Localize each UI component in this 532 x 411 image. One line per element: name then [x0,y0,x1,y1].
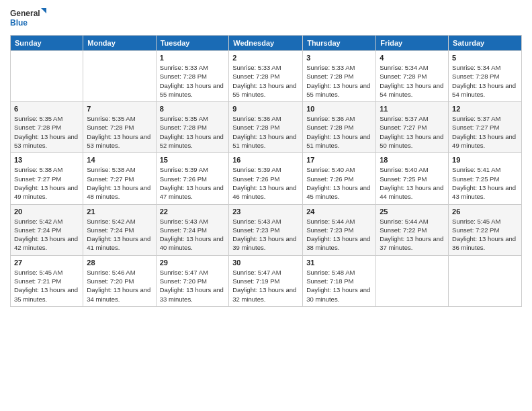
calendar-cell: 9Sunrise: 5:36 AM Sunset: 7:28 PM Daylig… [229,102,303,153]
day-info: Sunrise: 5:40 AM Sunset: 7:26 PM Dayligh… [306,165,372,201]
day-info: Sunrise: 5:33 AM Sunset: 7:28 PM Dayligh… [160,63,226,99]
calendar-cell: 12Sunrise: 5:37 AM Sunset: 7:27 PM Dayli… [449,102,522,153]
day-number: 8 [160,105,226,113]
day-info: Sunrise: 5:45 AM Sunset: 7:22 PM Dayligh… [452,217,518,253]
calendar-cell: 13Sunrise: 5:38 AM Sunset: 7:27 PM Dayli… [11,153,83,204]
day-info: Sunrise: 5:48 AM Sunset: 7:18 PM Dayligh… [306,268,372,304]
calendar-cell: 23Sunrise: 5:43 AM Sunset: 7:23 PM Dayli… [229,204,303,255]
col-header-thursday: Thursday [303,36,376,51]
day-info: Sunrise: 5:36 AM Sunset: 7:28 PM Dayligh… [306,114,372,150]
calendar-cell: 28Sunrise: 5:46 AM Sunset: 7:20 PM Dayli… [83,255,156,306]
week-row-3: 13Sunrise: 5:38 AM Sunset: 7:27 PM Dayli… [11,153,522,204]
calendar-cell [83,51,156,102]
col-header-wednesday: Wednesday [229,36,303,51]
day-number: 9 [232,105,299,113]
day-info: Sunrise: 5:36 AM Sunset: 7:28 PM Dayligh… [232,114,299,150]
day-info: Sunrise: 5:38 AM Sunset: 7:27 PM Dayligh… [14,165,79,201]
day-info: Sunrise: 5:43 AM Sunset: 7:23 PM Dayligh… [232,217,299,253]
calendar-cell: 15Sunrise: 5:39 AM Sunset: 7:26 PM Dayli… [156,153,229,204]
calendar-cell: 6Sunrise: 5:35 AM Sunset: 7:28 PM Daylig… [11,102,83,153]
day-number: 10 [306,105,372,113]
day-number: 30 [232,259,299,267]
day-info: Sunrise: 5:38 AM Sunset: 7:27 PM Dayligh… [87,165,152,201]
calendar-cell: 1Sunrise: 5:33 AM Sunset: 7:28 PM Daylig… [156,51,229,102]
day-number: 12 [452,105,518,113]
day-info: Sunrise: 5:33 AM Sunset: 7:28 PM Dayligh… [306,63,372,99]
day-number: 24 [306,208,372,216]
calendar-cell: 5Sunrise: 5:34 AM Sunset: 7:28 PM Daylig… [449,51,522,102]
svg-text:General: General [10,9,40,18]
day-number: 19 [452,156,518,164]
calendar-header-row: SundayMondayTuesdayWednesdayThursdayFrid… [11,36,522,51]
day-number: 29 [160,259,226,267]
calendar-cell: 19Sunrise: 5:41 AM Sunset: 7:25 PM Dayli… [449,153,522,204]
calendar-cell: 17Sunrise: 5:40 AM Sunset: 7:26 PM Dayli… [303,153,376,204]
day-number: 11 [380,105,445,113]
day-number: 6 [14,105,79,113]
col-header-friday: Friday [376,36,449,51]
day-number: 4 [380,54,445,62]
calendar-cell [449,255,522,306]
day-info: Sunrise: 5:44 AM Sunset: 7:23 PM Dayligh… [306,217,372,253]
calendar-cell: 24Sunrise: 5:44 AM Sunset: 7:23 PM Dayli… [303,204,376,255]
calendar-cell: 30Sunrise: 5:47 AM Sunset: 7:19 PM Dayli… [229,255,303,306]
day-number: 3 [306,54,372,62]
logo-svg: General Blue [10,7,47,31]
day-number: 31 [306,259,372,267]
col-header-sunday: Sunday [11,36,83,51]
calendar-cell: 11Sunrise: 5:37 AM Sunset: 7:27 PM Dayli… [376,102,449,153]
day-number: 20 [14,208,79,216]
calendar-cell: 3Sunrise: 5:33 AM Sunset: 7:28 PM Daylig… [303,51,376,102]
calendar-cell: 25Sunrise: 5:44 AM Sunset: 7:22 PM Dayli… [376,204,449,255]
calendar-cell: 18Sunrise: 5:40 AM Sunset: 7:25 PM Dayli… [376,153,449,204]
day-info: Sunrise: 5:43 AM Sunset: 7:24 PM Dayligh… [160,217,226,253]
day-info: Sunrise: 5:34 AM Sunset: 7:28 PM Dayligh… [380,63,445,99]
page: General Blue SundayMondayTuesdayWednesda… [0,0,532,411]
day-number: 16 [232,156,299,164]
day-number: 5 [452,54,518,62]
day-number: 25 [380,208,445,216]
day-info: Sunrise: 5:37 AM Sunset: 7:27 PM Dayligh… [452,114,518,150]
col-header-tuesday: Tuesday [156,36,229,51]
calendar-cell: 8Sunrise: 5:35 AM Sunset: 7:28 PM Daylig… [156,102,229,153]
week-row-5: 27Sunrise: 5:45 AM Sunset: 7:21 PM Dayli… [11,255,522,306]
day-info: Sunrise: 5:46 AM Sunset: 7:20 PM Dayligh… [87,268,152,304]
day-number: 27 [14,259,79,267]
day-info: Sunrise: 5:44 AM Sunset: 7:22 PM Dayligh… [380,217,445,253]
calendar-cell [11,51,83,102]
calendar-cell: 29Sunrise: 5:47 AM Sunset: 7:20 PM Dayli… [156,255,229,306]
calendar-cell: 14Sunrise: 5:38 AM Sunset: 7:27 PM Dayli… [83,153,156,204]
week-row-4: 20Sunrise: 5:42 AM Sunset: 7:24 PM Dayli… [11,204,522,255]
logo: General Blue [10,7,47,31]
day-number: 21 [87,208,152,216]
calendar-cell: 4Sunrise: 5:34 AM Sunset: 7:28 PM Daylig… [376,51,449,102]
calendar-cell: 31Sunrise: 5:48 AM Sunset: 7:18 PM Dayli… [303,255,376,306]
day-info: Sunrise: 5:37 AM Sunset: 7:27 PM Dayligh… [380,114,445,150]
day-info: Sunrise: 5:35 AM Sunset: 7:28 PM Dayligh… [160,114,226,150]
col-header-monday: Monday [83,36,156,51]
week-row-1: 1Sunrise: 5:33 AM Sunset: 7:28 PM Daylig… [11,51,522,102]
svg-marker-2 [41,8,46,13]
calendar-cell: 7Sunrise: 5:35 AM Sunset: 7:28 PM Daylig… [83,102,156,153]
day-number: 14 [87,156,152,164]
calendar-cell [376,255,449,306]
calendar-cell: 27Sunrise: 5:45 AM Sunset: 7:21 PM Dayli… [11,255,83,306]
day-number: 13 [14,156,79,164]
day-number: 1 [160,54,226,62]
calendar-table: SundayMondayTuesdayWednesdayThursdayFrid… [10,35,522,307]
day-info: Sunrise: 5:47 AM Sunset: 7:19 PM Dayligh… [232,268,299,304]
day-number: 7 [87,105,152,113]
day-info: Sunrise: 5:35 AM Sunset: 7:28 PM Dayligh… [87,114,152,150]
header: General Blue [10,7,522,31]
day-info: Sunrise: 5:45 AM Sunset: 7:21 PM Dayligh… [14,268,79,304]
day-info: Sunrise: 5:42 AM Sunset: 7:24 PM Dayligh… [14,217,79,253]
day-info: Sunrise: 5:40 AM Sunset: 7:25 PM Dayligh… [380,165,445,201]
day-info: Sunrise: 5:41 AM Sunset: 7:25 PM Dayligh… [452,165,518,201]
day-number: 22 [160,208,226,216]
calendar-cell: 16Sunrise: 5:39 AM Sunset: 7:26 PM Dayli… [229,153,303,204]
calendar-cell: 21Sunrise: 5:42 AM Sunset: 7:24 PM Dayli… [83,204,156,255]
calendar-cell: 2Sunrise: 5:33 AM Sunset: 7:28 PM Daylig… [229,51,303,102]
week-row-2: 6Sunrise: 5:35 AM Sunset: 7:28 PM Daylig… [11,102,522,153]
calendar-cell: 20Sunrise: 5:42 AM Sunset: 7:24 PM Dayli… [11,204,83,255]
day-number: 26 [452,208,518,216]
